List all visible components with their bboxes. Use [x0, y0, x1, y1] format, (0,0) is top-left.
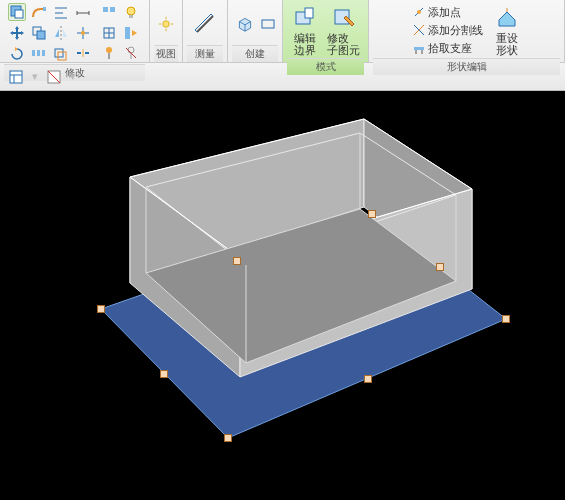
- svg-rect-18: [103, 7, 108, 12]
- svg-rect-42: [414, 47, 424, 50]
- svg-rect-8: [37, 31, 45, 39]
- box-icon[interactable]: [233, 12, 257, 36]
- svg-point-9: [81, 31, 85, 35]
- add-point-icon: [411, 4, 427, 20]
- panel-mode: 编辑 边界 修改 子图元 模式: [283, 0, 369, 62]
- mirror-icon[interactable]: [52, 24, 70, 42]
- modify-sub-icon: [331, 5, 357, 31]
- svg-rect-25: [125, 27, 130, 39]
- panel-label-measure: 测量: [187, 45, 223, 62]
- handle[interactable]: [502, 315, 510, 323]
- panel-create: 创建: [228, 0, 283, 62]
- handle[interactable]: [368, 210, 376, 218]
- select-icon[interactable]: [8, 3, 26, 21]
- pick-supports-label: 拾取支座: [428, 41, 472, 56]
- rotate-icon[interactable]: [8, 45, 26, 63]
- handle[interactable]: [436, 263, 444, 271]
- handle[interactable]: [160, 370, 168, 378]
- copy-icon[interactable]: [30, 24, 48, 42]
- lightbulb-icon[interactable]: [122, 4, 140, 22]
- svg-line-36: [197, 16, 213, 32]
- handle[interactable]: [224, 434, 232, 442]
- svg-rect-45: [10, 71, 22, 83]
- svg-point-26: [106, 47, 112, 53]
- svg-rect-37: [262, 20, 274, 28]
- svg-rect-11: [37, 50, 40, 56]
- edit-boundary-btn[interactable]: 编辑 边界: [287, 2, 323, 58]
- model-canvas: [0, 91, 565, 500]
- reset-shape-label: 重设 形状: [496, 32, 518, 56]
- svg-rect-21: [129, 15, 133, 18]
- align-icon[interactable]: [52, 4, 70, 22]
- svg-rect-2: [43, 7, 46, 11]
- add-point-btn[interactable]: 添加点: [408, 3, 485, 21]
- svg-rect-10: [32, 50, 35, 56]
- panel-label-create: 创建: [232, 45, 278, 62]
- reset-shape-icon: [494, 5, 520, 31]
- svg-point-41: [417, 10, 421, 14]
- grid-icon[interactable]: [100, 24, 118, 42]
- sun-icon[interactable]: [155, 13, 177, 35]
- offset-icon[interactable]: [52, 44, 70, 62]
- svg-rect-14: [58, 52, 66, 60]
- align2-icon[interactable]: [100, 4, 118, 22]
- modify-sub-label: 修改 子图元: [327, 32, 360, 56]
- panel-view: 视图: [150, 0, 183, 62]
- edit-boundary-label: 编辑 边界: [294, 32, 316, 56]
- modify-sub-btn[interactable]: 修改 子图元: [323, 2, 364, 58]
- svg-point-20: [127, 7, 135, 15]
- ribbon: 修改 视图 测量 创建 编辑 边界: [0, 0, 565, 63]
- panel-label-shape-edit: 形状编辑: [373, 58, 560, 75]
- match-icon[interactable]: [122, 24, 140, 42]
- add-split-line-label: 添加分割线: [428, 23, 483, 38]
- svg-rect-12: [42, 50, 45, 56]
- handle[interactable]: [97, 305, 105, 313]
- panel-measure: 测量: [183, 0, 228, 62]
- svg-rect-19: [110, 7, 115, 12]
- array-icon[interactable]: [30, 44, 48, 62]
- ruler-icon: [192, 11, 218, 37]
- measure-btn[interactable]: [187, 8, 223, 40]
- split-icon[interactable]: [74, 44, 92, 62]
- svg-rect-13: [55, 49, 63, 57]
- add-point-label: 添加点: [428, 5, 461, 20]
- unpin-icon[interactable]: [122, 44, 140, 62]
- rect-icon[interactable]: [259, 15, 277, 33]
- dimension-icon[interactable]: [74, 4, 92, 22]
- svg-rect-39: [305, 8, 313, 18]
- svg-rect-1: [15, 10, 23, 18]
- pipe-icon[interactable]: [30, 4, 48, 22]
- trim-icon[interactable]: [74, 24, 92, 42]
- pick-supports-icon: [411, 40, 427, 56]
- pick-supports-btn[interactable]: 拾取支座: [408, 39, 485, 57]
- add-split-line-btn[interactable]: 添加分割线: [408, 21, 485, 39]
- edit-boundary-icon: [292, 5, 318, 31]
- pin-icon[interactable]: [100, 44, 118, 62]
- panel-shape-edit: 添加点 添加分割线 拾取支座 重设 形状 形状编辑: [369, 0, 565, 62]
- move-icon[interactable]: [8, 24, 26, 42]
- svg-point-31: [163, 20, 169, 26]
- add-split-line-icon: [411, 22, 427, 38]
- panel-label-view: 视图: [154, 45, 178, 62]
- filter-icon[interactable]: [45, 68, 63, 86]
- properties-icon[interactable]: [7, 68, 25, 86]
- svg-point-28: [128, 47, 134, 53]
- panel-label-mode: 模式: [287, 58, 364, 75]
- handle[interactable]: [233, 257, 241, 265]
- viewport-3d[interactable]: [0, 91, 565, 500]
- panel-modify: 修改: [0, 0, 150, 62]
- reset-shape-btn[interactable]: 重设 形状: [489, 2, 525, 58]
- handle[interactable]: [364, 375, 372, 383]
